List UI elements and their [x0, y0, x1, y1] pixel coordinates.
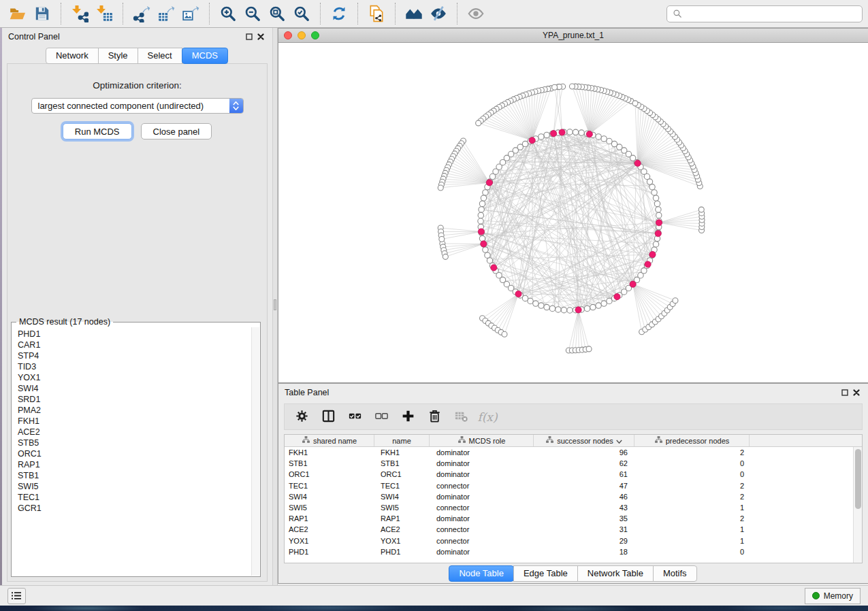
dominator-node[interactable]	[634, 160, 641, 166]
mcds-result-node[interactable]: CAR1	[18, 340, 251, 350]
binoculars-button[interactable]	[402, 2, 426, 25]
zoom-in-button[interactable]	[216, 2, 240, 25]
table-row[interactable]: ORC1ORC1dominator610	[285, 469, 853, 480]
table-scrollbar[interactable]	[853, 447, 862, 563]
tab-mcds[interactable]: MCDS	[182, 48, 228, 64]
close-table-panel-icon[interactable]	[850, 387, 862, 399]
dominator-node[interactable]	[529, 137, 535, 144]
table-row[interactable]: RAP1RAP1dominator352	[285, 513, 853, 524]
zoom-selected-button[interactable]	[289, 2, 314, 25]
close-panel-button[interactable]: Close panel	[141, 123, 212, 139]
select-all-button[interactable]	[347, 409, 363, 425]
close-panel-icon[interactable]	[255, 31, 266, 43]
table-row[interactable]: FKH1FKH1dominator962	[285, 447, 853, 458]
dominator-node[interactable]	[575, 307, 581, 313]
column-header-MCDS-role[interactable]: MCDS role	[430, 435, 534, 446]
network-canvas[interactable]	[278, 43, 868, 382]
save-button[interactable]	[30, 2, 54, 25]
table-panel: Table Panel f(x) shared namenameMCDS rol…	[278, 383, 868, 584]
open-folder-button[interactable]	[5, 2, 30, 25]
dominator-node[interactable]	[630, 281, 636, 287]
optimization-criterion-select[interactable]: largest connected component (undirected)	[31, 98, 244, 114]
float-panel-icon[interactable]	[243, 31, 255, 43]
mcds-result-node[interactable]: STB1	[18, 470, 251, 481]
export-image-button[interactable]	[178, 2, 203, 25]
tab-node-table[interactable]: Node Table	[449, 565, 514, 582]
mcds-result-node[interactable]: GCR1	[18, 503, 251, 514]
clone-network-button[interactable]	[364, 2, 389, 25]
column-chooser-button[interactable]	[320, 409, 336, 425]
export-network-button[interactable]	[129, 2, 154, 25]
dominator-node[interactable]	[551, 131, 557, 137]
mcds-result-node[interactable]: TEC1	[18, 492, 251, 503]
table-row[interactable]: SWI5SWI5connector431	[285, 502, 853, 513]
select-all-icon	[347, 408, 363, 426]
tab-select[interactable]: Select	[138, 48, 182, 64]
float-table-panel-icon[interactable]	[839, 387, 850, 399]
mcds-result-node[interactable]: PMA2	[18, 405, 251, 416]
dominator-node[interactable]	[491, 265, 497, 271]
dominator-node[interactable]	[656, 220, 662, 226]
table-scrollbar-thumb[interactable]	[855, 449, 861, 509]
mcds-result-node[interactable]: PHD1	[18, 329, 251, 340]
settings-gear-button[interactable]	[293, 409, 310, 425]
dominator-node[interactable]	[649, 251, 656, 257]
table-row[interactable]: STB1STB1dominator620	[285, 458, 853, 469]
mcds-result-scrollbar[interactable]	[251, 327, 259, 576]
mcds-result-node[interactable]: ORC1	[18, 448, 251, 459]
delete-button[interactable]	[426, 409, 443, 425]
export-image-icon	[182, 5, 199, 22]
dominator-node[interactable]	[559, 129, 565, 135]
table-row[interactable]: TEC1TEC1connector472	[285, 480, 853, 491]
mcds-result-node[interactable]: RAP1	[18, 459, 251, 470]
column-header-predecessor-nodes[interactable]: predecessor nodes	[634, 435, 750, 446]
show-graphics-button[interactable]	[464, 2, 488, 25]
table-row[interactable]: SWI4SWI4dominator462	[285, 491, 853, 502]
mcds-result-node[interactable]: SWI4	[18, 383, 251, 394]
tab-network[interactable]: Network	[46, 48, 99, 64]
table-row[interactable]: YOX1YOX1connector291	[285, 535, 853, 546]
dominator-node[interactable]	[586, 131, 592, 137]
dominator-node[interactable]	[478, 229, 484, 235]
search-field[interactable]	[666, 5, 863, 22]
tab-network-table[interactable]: Network Table	[577, 565, 654, 582]
mcds-result-node[interactable]: STB5	[18, 437, 251, 448]
vertical-splitter[interactable]	[272, 28, 278, 585]
hide-details-button[interactable]	[426, 2, 451, 25]
import-network-button[interactable]	[67, 2, 92, 25]
mcds-result-node[interactable]: ACE2	[18, 427, 251, 437]
run-mcds-button[interactable]: Run MCDS	[63, 123, 132, 139]
import-table-button[interactable]	[92, 2, 116, 25]
mcds-result-node[interactable]: SWI5	[18, 481, 251, 492]
dominator-node[interactable]	[655, 231, 661, 237]
mcds-result-node[interactable]: SRD1	[18, 394, 251, 405]
export-table-button[interactable]	[154, 2, 178, 25]
dominator-node[interactable]	[481, 241, 487, 247]
dominator-node[interactable]	[645, 261, 651, 267]
dominator-node[interactable]	[614, 293, 620, 299]
zoom-fit-button[interactable]	[265, 2, 289, 25]
table-row[interactable]: ACE2ACE2connector311	[285, 524, 853, 535]
add-column-button[interactable]	[400, 409, 416, 425]
column-header-successor-nodes[interactable]: successor nodes	[534, 435, 634, 446]
column-header-name[interactable]: name	[374, 435, 430, 446]
splitter-grip[interactable]	[274, 299, 276, 310]
memory-button[interactable]: Memory	[805, 588, 861, 604]
zoom-out-button[interactable]	[240, 2, 265, 25]
tab-edge-table[interactable]: Edge Table	[513, 565, 578, 582]
refresh-button[interactable]	[327, 2, 351, 25]
deselect-all-button[interactable]	[373, 409, 389, 425]
dominator-node[interactable]	[486, 180, 492, 186]
dominator-node[interactable]	[515, 291, 521, 297]
mcds-result-node[interactable]: FKH1	[18, 416, 251, 427]
mcds-result-node[interactable]: TID3	[18, 361, 251, 372]
task-history-button[interactable]	[7, 588, 26, 604]
tab-motifs[interactable]: Motifs	[653, 565, 697, 582]
mcds-result-node[interactable]: YOX1	[18, 372, 251, 383]
tab-style[interactable]: Style	[98, 48, 138, 64]
table-cell: 2	[634, 482, 750, 490]
mcds-result-node[interactable]: STP4	[18, 350, 251, 361]
column-header-shared-name[interactable]: shared name	[285, 435, 374, 446]
table-row[interactable]: PHD1PHD1dominator180	[285, 546, 853, 557]
search-input[interactable]	[686, 9, 856, 18]
